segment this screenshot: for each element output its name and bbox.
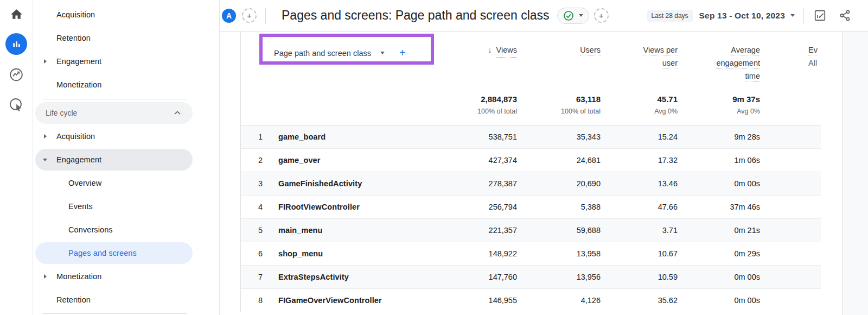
table-row: 6shop_menu 148,922 13,958 10.67 0m 29s (241, 242, 821, 266)
sidebar-item-label: Monetization (56, 272, 101, 281)
customize-report-icon[interactable] (813, 9, 827, 23)
app-rail (0, 0, 33, 315)
page-name: ExtraStepsActivity (278, 273, 349, 281)
column-header-users[interactable]: Users (517, 32, 601, 87)
sidebar-item-acquisition-top[interactable]: Acquisition (35, 4, 193, 26)
sidebar-item-label: Pages and screens (68, 249, 137, 257)
views-value: 278,387 (423, 172, 517, 195)
sidebar-item-conversions[interactable]: Conversions (35, 219, 193, 241)
add-dimension-button[interactable]: + (399, 47, 406, 59)
share-icon[interactable] (838, 9, 852, 23)
sidebar-item-retention[interactable]: Retention (35, 289, 193, 311)
totals-users: 63,118 100% of total (517, 87, 601, 125)
table-row: 7ExtraStepsActivity 147,760 13,956 10.59… (241, 266, 821, 289)
expanded-arrow-icon (43, 159, 47, 161)
users-value: 59,688 (517, 219, 601, 242)
add-comparison-button[interactable]: + (242, 8, 257, 23)
sidebar-item-events[interactable]: Events (35, 196, 193, 217)
sidebar-section-life-cycle[interactable]: Life cycle (35, 102, 193, 124)
avg-engagement-time-value: 37m 46s (678, 196, 760, 218)
chevron-down-icon (579, 14, 583, 17)
main-area: A + Pages and screens: Page path and scr… (220, 0, 868, 315)
sidebar-item-label: Engagement (56, 57, 101, 66)
avatar[interactable]: A (222, 9, 236, 23)
sidebar-item-pages-and-screens[interactable]: Pages and screens (35, 242, 193, 264)
column-header-views[interactable]: ↓ Views (423, 32, 517, 87)
right-gutter (843, 32, 868, 315)
collapsed-arrow-icon (44, 59, 47, 64)
sidebar-item-engagement-top[interactable]: Engagement (35, 51, 193, 72)
check-circle-icon (563, 10, 574, 21)
totals-views: 2,884,873 100% of total (423, 87, 517, 125)
dimension-dropdown-label: Page path and screen class (274, 49, 371, 58)
data-table: Page path and screen class + ↓ Views Use… (240, 32, 821, 312)
column-header-avg-engagement-time[interactable]: Average engagement time (678, 32, 760, 87)
date-preset-badge: Last 28 days (647, 10, 693, 22)
views-per-user-value: 17.32 (601, 149, 678, 172)
add-report-button[interactable]: + (594, 8, 609, 23)
dimension-header-cell: Page path and screen class + (241, 32, 423, 87)
chevron-up-icon (174, 111, 181, 115)
page-name: main_menu (278, 226, 322, 235)
sidebar-item-label: Acquisition (56, 10, 95, 19)
views-value: 146,955 (423, 289, 517, 312)
page-name: game_board (278, 133, 326, 141)
chevron-down-icon[interactable] (790, 14, 795, 17)
sidebar-divider (42, 313, 187, 314)
views-per-user-value: 35.62 (601, 289, 678, 312)
plus-icon: + (247, 11, 252, 20)
sidebar-item-acquisition[interactable]: Acquisition (35, 125, 193, 147)
page-name: shop_menu (278, 249, 323, 258)
column-label: Views per user (643, 46, 678, 68)
row-index: 5 (241, 226, 263, 235)
ga4-pages-and-screens-report: Acquisition Retention Engagement Monetiz… (0, 0, 868, 315)
sidebar-item-label: Overview (68, 179, 101, 187)
sidebar-item-label: Retention (56, 34, 91, 42)
collapsed-arrow-icon (44, 274, 47, 279)
totals-views-per-user: 45.71 Avg 0% (601, 87, 678, 125)
sidebar-item-monetization[interactable]: Monetization (35, 266, 193, 287)
avg-engagement-time-value: 0m 00s (678, 172, 760, 195)
table-totals-row: 2,884,873 100% of total 63,118 100% of t… (241, 87, 821, 125)
table-row: 5main_menu 221,357 59,688 3.71 0m 21s (241, 219, 821, 242)
home-icon[interactable] (9, 7, 23, 21)
page-name: FIRootViewController (278, 203, 360, 211)
report-header-bar: A + Pages and screens: Page path and scr… (220, 0, 868, 32)
page-name: game_over (278, 156, 320, 165)
dimension-dropdown[interactable]: Page path and screen class + (274, 47, 423, 59)
report-content: Page path and screen class + ↓ Views Use… (220, 32, 868, 315)
section-label: Life cycle (46, 109, 77, 117)
views-value: 427,374 (423, 149, 517, 172)
table-row: 8FIGameOverViewController 146,955 4,126 … (241, 289, 821, 312)
sidebar-item-label: Conversions (68, 225, 113, 234)
avg-engagement-time-value: 0m 21s (678, 219, 760, 242)
column-header-views-per-user[interactable]: Views per user (601, 32, 678, 87)
sidebar-item-monetization-top[interactable]: Monetization (35, 74, 193, 96)
users-value: 13,958 (517, 242, 601, 265)
page-name: FIGameOverViewController (278, 296, 382, 305)
sidebar-item-retention-top[interactable]: Retention (35, 27, 193, 49)
views-value: 148,922 (423, 242, 517, 265)
users-value: 5,388 (517, 196, 601, 218)
views-value: 256,794 (423, 196, 517, 218)
sidebar-item-engagement[interactable]: Engagement (35, 149, 193, 171)
report-status-dropdown[interactable] (557, 8, 589, 24)
row-index: 6 (241, 249, 263, 258)
avg-engagement-time-value: 0m 29s (678, 242, 760, 265)
totals-avg-engagement-time: 9m 37s Avg 0% (678, 87, 760, 125)
sidebar-item-overview[interactable]: Overview (35, 172, 193, 194)
explore-icon[interactable] (9, 67, 24, 82)
table-row: 1game_board 538,751 35,343 15.24 9m 28s (241, 125, 821, 149)
row-index: 2 (241, 156, 263, 165)
reports-icon[interactable] (5, 33, 27, 55)
date-range-selector[interactable]: Sep 13 - Oct 10, 2023 (699, 11, 785, 21)
advertising-icon[interactable] (9, 98, 24, 112)
column-sub-label: All (808, 56, 821, 70)
sidebar-item-label: Monetization (56, 80, 101, 89)
column-header-event-count-clipped[interactable]: Ev All (760, 32, 821, 87)
column-label: Users (580, 46, 601, 55)
sort-desc-icon: ↓ (488, 43, 492, 56)
avg-engagement-time-value: 0m 00s (678, 289, 760, 312)
views-per-user-value: 13.46 (601, 172, 678, 195)
row-index: 1 (241, 133, 263, 141)
